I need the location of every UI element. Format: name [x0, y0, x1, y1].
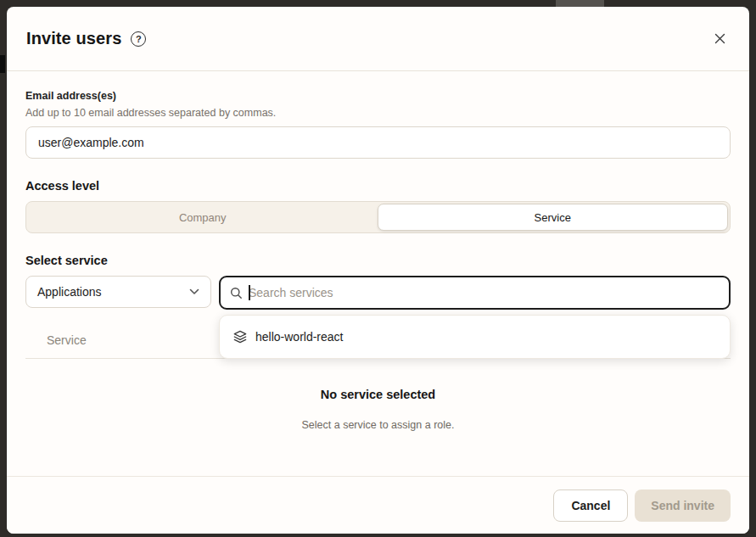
modal-header: Invite users ? — [7, 7, 749, 71]
select-service-label: Select service — [25, 254, 731, 267]
segment-company[interactable]: Company — [28, 204, 378, 231]
modal-footer: Cancel Send invite — [7, 476, 749, 534]
service-type-dropdown[interactable]: Applications — [25, 276, 211, 308]
text-caret — [249, 285, 250, 300]
empty-state-subtitle: Select a service to assign a role. — [25, 419, 731, 431]
send-invite-button[interactable]: Send invite — [635, 489, 731, 522]
email-label: Email address(es) — [25, 90, 731, 102]
email-hint: Add up to 10 email addresses separated b… — [25, 107, 731, 119]
email-input[interactable] — [25, 126, 731, 159]
empty-state-title: No service selected — [25, 388, 731, 401]
service-search-box — [219, 276, 731, 310]
cancel-button[interactable]: Cancel — [553, 489, 628, 522]
help-icon[interactable]: ? — [131, 31, 146, 47]
segment-service[interactable]: Service — [378, 204, 729, 231]
search-results-panel: hello-world-react — [219, 315, 731, 359]
search-result-label: hello-world-react — [255, 330, 343, 344]
search-result-item[interactable]: hello-world-react — [225, 321, 725, 353]
search-icon — [230, 287, 243, 299]
service-selector-row: Applications — [25, 276, 731, 310]
chevron-down-icon — [189, 288, 199, 295]
service-type-value: Applications — [37, 285, 102, 299]
service-search-input[interactable] — [249, 286, 720, 299]
modal-title: Invite users — [26, 29, 121, 48]
invite-users-modal: Invite users ? Email address(es) Add up … — [7, 7, 749, 534]
background-page-glyph — [0, 55, 5, 73]
close-icon — [714, 33, 725, 44]
access-level-label: Access level — [25, 179, 731, 193]
modal-body: Email address(es) Add up to 10 email add… — [7, 90, 749, 431]
access-level-segmented-control: Company Service — [25, 201, 731, 233]
layers-icon — [233, 330, 247, 344]
close-button[interactable] — [709, 29, 730, 49]
